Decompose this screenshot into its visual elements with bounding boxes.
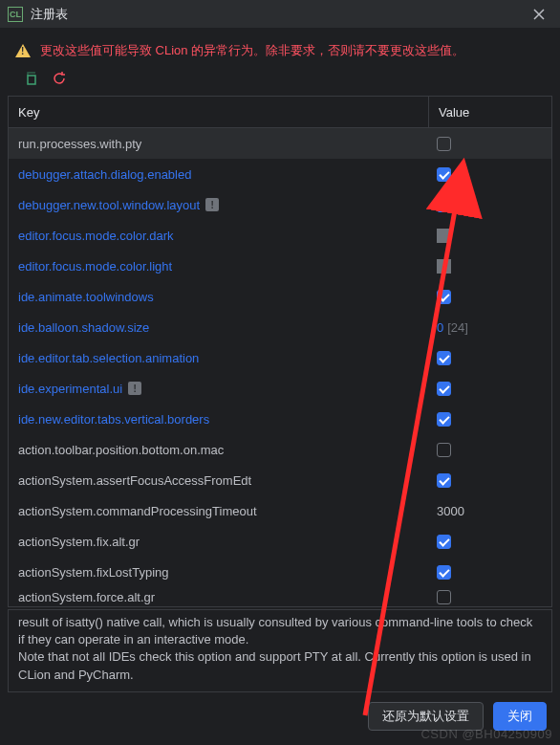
value-checkbox[interactable] (437, 443, 451, 457)
registry-value[interactable] (429, 229, 551, 243)
color-swatch[interactable] (437, 229, 451, 243)
registry-key: actionSystem.force.alt.gr (9, 590, 429, 604)
table-row[interactable]: action.toolbar.position.bottom.on.mac (9, 434, 551, 465)
value-checkbox[interactable] (437, 590, 451, 604)
table-row[interactable]: ide.balloon.shadow.size0[24] (9, 312, 551, 342)
registry-key: ide.editor.tab.selection.animation (9, 351, 429, 365)
registry-key: ide.animate.toolwindows (9, 290, 429, 304)
registry-key: actionSystem.fix.alt.gr (9, 535, 429, 549)
registry-value[interactable] (429, 535, 551, 549)
registry-key: editor.focus.mode.color.light (9, 259, 429, 274)
table-row[interactable]: ide.editor.tab.selection.animation (9, 342, 551, 373)
value-checkbox[interactable] (437, 382, 451, 396)
value-checkbox[interactable] (437, 412, 451, 427)
table-header: Key Value (8, 96, 552, 128)
registry-value[interactable]: 0[24] (429, 320, 551, 335)
registry-key: actionSystem.commandProcessingTimeout (9, 504, 429, 518)
description-panel: result of isatty() native call, which is… (8, 609, 552, 692)
registry-key: editor.focus.mode.color.dark (9, 229, 429, 243)
warning-text: 更改这些值可能导致 CLion 的异常行为。除非要求，否则请不要更改这些值。 (40, 42, 464, 59)
registry-key: ide.balloon.shadow.size (9, 320, 429, 335)
window-title: 注册表 (31, 6, 526, 23)
close-icon[interactable] (526, 1, 552, 28)
registry-key: actionSystem.fixLostTyping (9, 565, 429, 580)
registry-value[interactable] (429, 412, 551, 427)
value-checkbox[interactable] (437, 137, 451, 151)
registry-value[interactable] (429, 137, 551, 151)
restart-required-icon: ! (128, 382, 141, 395)
value-checkbox[interactable] (437, 290, 451, 304)
value-checkbox[interactable] (437, 351, 451, 365)
app-icon: CL (8, 7, 23, 22)
table-row[interactable]: editor.focus.mode.color.dark (9, 220, 551, 251)
table-row[interactable]: debugger.new.tool.window.layout! (9, 189, 551, 220)
table-row[interactable]: actionSystem.fix.alt.gr (9, 526, 551, 557)
watermark: CSDN @BH04250909 (420, 727, 552, 741)
copy-icon[interactable] (23, 71, 38, 86)
value-checkbox[interactable] (437, 473, 451, 488)
description-line: Note that not all IDEs check this option… (18, 649, 531, 681)
registry-key: debugger.new.tool.window.layout! (9, 198, 429, 212)
registry-key: actionSystem.assertFocusAccessFromEdt (9, 473, 429, 488)
svg-rect-0 (28, 76, 35, 84)
value-checkbox[interactable] (437, 167, 451, 182)
value-checkbox[interactable] (437, 565, 451, 580)
description-line: result of isatty() native call, which is… (18, 615, 532, 646)
warning-banner: 更改这些值可能导致 CLion 的异常行为。除非要求，否则请不要更改这些值。 (0, 29, 560, 65)
registry-value[interactable] (429, 443, 551, 457)
registry-value[interactable] (429, 198, 551, 212)
registry-key: run.processes.with.pty (9, 137, 429, 151)
toolbar (0, 65, 560, 96)
restart-required-icon: ! (205, 198, 219, 211)
registry-value[interactable]: 3000 (429, 504, 551, 518)
registry-value[interactable] (429, 590, 551, 604)
registry-key: ide.new.editor.tabs.vertical.borders (9, 412, 429, 427)
registry-value[interactable] (429, 259, 551, 274)
value-checkbox[interactable] (437, 535, 451, 549)
table-row[interactable]: ide.experimental.ui! (9, 373, 551, 404)
value-checkbox[interactable] (437, 198, 451, 212)
registry-value[interactable] (429, 167, 551, 182)
column-header-key[interactable]: Key (9, 97, 429, 127)
table-row[interactable]: debugger.attach.dialog.enabled (9, 159, 551, 189)
table-row[interactable]: ide.new.editor.tabs.vertical.borders (9, 404, 551, 434)
color-swatch[interactable] (437, 259, 451, 274)
table-row[interactable]: ide.animate.toolwindows (9, 281, 551, 312)
registry-value[interactable] (429, 290, 551, 304)
registry-value[interactable] (429, 473, 551, 488)
registry-value[interactable] (429, 351, 551, 365)
table-row[interactable]: run.processes.with.pty (9, 128, 551, 159)
registry-key: ide.experimental.ui! (9, 382, 429, 396)
table-row[interactable]: actionSystem.fixLostTyping (9, 557, 551, 587)
table-body: run.processes.with.ptydebugger.attach.di… (8, 128, 552, 607)
registry-value[interactable] (429, 382, 551, 396)
table-row[interactable]: actionSystem.assertFocusAccessFromEdt (9, 465, 551, 495)
registry-value[interactable] (429, 565, 551, 580)
title-bar: CL 注册表 (0, 0, 560, 29)
table-row[interactable]: actionSystem.force.alt.gr (9, 587, 551, 606)
registry-key: debugger.attach.dialog.enabled (9, 167, 429, 182)
table-row[interactable]: editor.focus.mode.color.light (9, 251, 551, 281)
table-row[interactable]: actionSystem.commandProcessingTimeout300… (9, 495, 551, 526)
refresh-icon[interactable] (52, 71, 67, 86)
column-header-value[interactable]: Value (429, 97, 551, 127)
registry-key: action.toolbar.position.bottom.on.mac (9, 443, 429, 457)
warning-icon (15, 44, 31, 57)
